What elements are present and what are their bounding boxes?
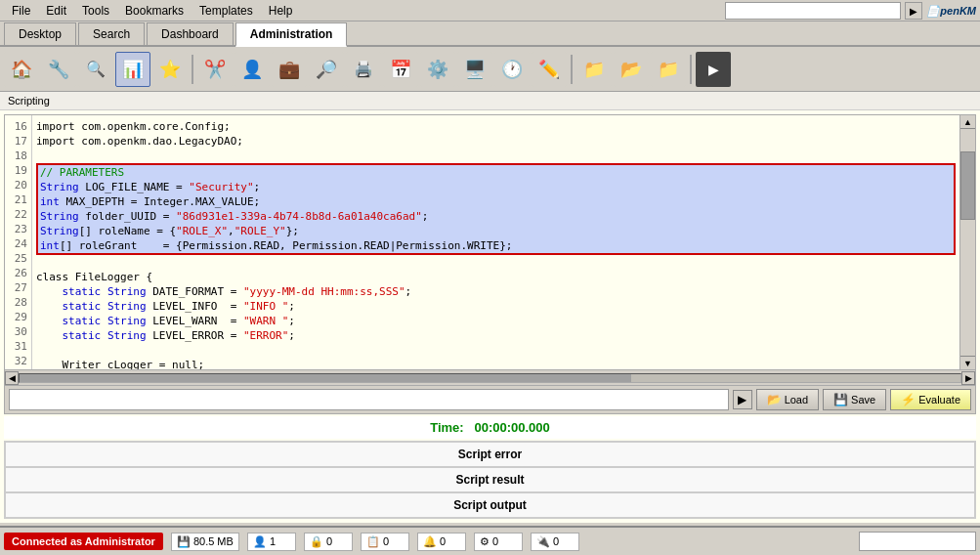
items4-icon: 🔌 [536, 535, 550, 548]
items1-icon: 📋 [366, 535, 380, 548]
menu-file[interactable]: File [4, 2, 38, 20]
scissors-button[interactable] [197, 52, 233, 87]
print-icon [354, 60, 373, 78]
code-editor[interactable]: import com.openkm.core.Config; import co… [32, 115, 959, 369]
code-line-25 [36, 255, 956, 270]
terminal-button[interactable]: ▶ [696, 52, 731, 87]
monitor-button[interactable] [115, 52, 150, 87]
evaluate-button[interactable]: Evaluate [890, 389, 971, 410]
users-value: 1 [270, 535, 276, 547]
menu-bookmarks[interactable]: Bookmarks [117, 2, 192, 20]
terminal-icon: ▶ [708, 62, 719, 77]
breadcrumb-scripting: Scripting [8, 95, 50, 107]
zoom-icon [316, 59, 337, 80]
highlighted-block: // PARAMETERS String LOG_FILE_NAME = "Se… [36, 163, 956, 255]
code-line-20: String LOG_FILE_NAME = "Security"; [40, 180, 952, 194]
save-icon [833, 393, 848, 406]
global-search-input[interactable] [725, 2, 901, 20]
code-line-32: Writer cLogger = null; [36, 358, 956, 369]
tab-search[interactable]: Search [78, 22, 145, 45]
locks-value: 0 [326, 535, 332, 547]
tools-button[interactable] [41, 52, 76, 87]
user-add-button[interactable] [234, 52, 270, 87]
menu-help[interactable]: Help [261, 2, 301, 20]
code-line-17: import com.openkm.dao.LegacyDAO; [36, 134, 956, 149]
code-line-16: import com.openkm.core.Config; [36, 119, 956, 134]
scroll-left-button[interactable]: ◀ [5, 371, 19, 385]
script-output-panel: Script output [5, 492, 975, 518]
zoom-button[interactable] [309, 52, 344, 87]
script-error-panel: Script error [5, 442, 975, 467]
time-value: 00:00:00.000 [474, 420, 549, 435]
scroll-thumb[interactable] [20, 374, 631, 382]
menu-templates[interactable]: Templates [192, 2, 261, 20]
code-line-24: int[] roleGrant = {Permission.READ, Perm… [40, 238, 952, 253]
briefcase-button[interactable] [272, 52, 307, 87]
print-button[interactable] [346, 52, 381, 87]
star-button[interactable] [152, 52, 188, 87]
items1-status: 📋 0 [361, 533, 409, 551]
screen-button[interactable] [457, 52, 492, 87]
editor-toolbar: ▶ Load Save Evaluate [5, 385, 975, 413]
user-icon: 👤 [253, 535, 267, 548]
code-line-19: // PARAMETERS [40, 165, 952, 180]
calendar-icon [390, 59, 411, 80]
time-display: Time: 00:00:00.000 [4, 416, 976, 439]
home-icon [11, 59, 32, 80]
briefcase-icon [278, 59, 300, 80]
monitor-icon [122, 59, 144, 80]
items2-status: 🔔 0 [417, 533, 466, 551]
gear-button[interactable] [420, 52, 455, 87]
tab-dashboard[interactable]: Dashboard [147, 22, 234, 45]
load-label: Load [785, 394, 808, 406]
memory-icon: 💾 [177, 535, 191, 548]
status-search-input[interactable] [859, 532, 976, 551]
code-line-26: class FileLogger { [36, 270, 956, 284]
result-panels: Script error Script result Script output [4, 441, 976, 519]
toolbar-separator-2 [571, 55, 573, 84]
tab-administration[interactable]: Administration [235, 22, 348, 47]
items4-value: 0 [553, 535, 559, 547]
items2-icon: 🔔 [423, 535, 437, 548]
menu-edit[interactable]: Edit [38, 2, 74, 20]
gear-icon [427, 59, 448, 80]
tab-desktop[interactable]: Desktop [4, 22, 76, 45]
code-line-28: static String LEVEL_INFO = "INFO "; [36, 299, 956, 314]
calendar-button[interactable] [383, 52, 418, 87]
screen-icon [464, 59, 486, 80]
line-numbers: 1617181920 2122232425 2627282930 3132333… [5, 115, 32, 369]
folder-yellow-button[interactable] [651, 52, 686, 87]
tools-icon [48, 59, 69, 80]
save-button[interactable]: Save [823, 389, 886, 410]
folder-green-button[interactable] [576, 52, 612, 87]
folder-orange-button[interactable] [614, 52, 649, 87]
items2-value: 0 [440, 535, 446, 547]
items1-value: 0 [383, 535, 389, 547]
scissors-icon [204, 59, 226, 80]
items4-status: 🔌 0 [531, 533, 579, 551]
editor-script-input[interactable] [9, 389, 729, 410]
run-small-button[interactable]: ▶ [733, 390, 752, 409]
clock-button[interactable] [494, 52, 530, 87]
vertical-scrollbar[interactable]: ▲ ▼ [959, 115, 975, 369]
horizontal-scrollbar[interactable]: ◀ ▶ [5, 369, 975, 385]
find-button[interactable] [78, 52, 113, 87]
code-line-18 [36, 149, 956, 163]
load-button[interactable]: Load [756, 389, 819, 410]
load-icon [767, 393, 782, 406]
code-line-22: String folder_UUID = "86d931e1-339a-4b74… [40, 209, 952, 224]
star-icon [159, 59, 181, 80]
toolbar-separator-1 [192, 55, 193, 84]
code-line-23: String[] roleName = {"ROLE_X","ROLE_Y"}; [40, 224, 952, 238]
save-label: Save [851, 394, 875, 406]
menu-tools[interactable]: Tools [74, 2, 117, 20]
locks-status: 🔒 0 [304, 533, 353, 551]
connection-status: Connected as Administrator [4, 533, 163, 550]
pencil-icon [538, 59, 560, 80]
folder-orange-icon [620, 59, 642, 80]
home-button[interactable] [4, 52, 39, 87]
scroll-track[interactable] [19, 373, 961, 383]
pencil-button[interactable] [532, 52, 567, 87]
global-search-button[interactable]: ▶ [905, 2, 922, 20]
scroll-right-button[interactable]: ▶ [961, 371, 975, 385]
